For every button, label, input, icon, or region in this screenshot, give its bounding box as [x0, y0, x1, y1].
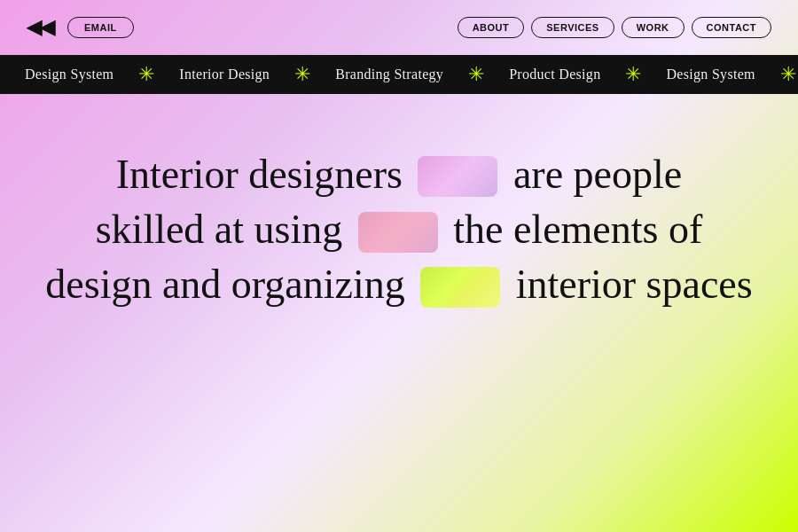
nav-about[interactable]: ABOUT: [458, 17, 525, 38]
ticker-star-4: ✳: [625, 65, 641, 84]
ticker-star-3: ✳: [468, 65, 484, 84]
hero-line3-end: interior spaces: [516, 262, 753, 307]
nav-work[interactable]: WORK: [622, 17, 685, 38]
ticker-star-5: ✳: [780, 65, 796, 84]
ticker-label-interior-design: Interior Design: [154, 66, 294, 82]
email-button[interactable]: EMAIL: [67, 17, 134, 38]
header-nav: ABOUT SERVICES WORK CONTACT: [458, 17, 771, 38]
hero-line1-end: are people: [513, 152, 682, 197]
ticker-label-branding: Branding Strategy: [310, 66, 468, 82]
hero-text: Interior designers are people skilled at…: [45, 147, 752, 312]
page-wrapper: ◀◀ EMAIL ABOUT SERVICES WORK CONTACT Des…: [0, 0, 798, 532]
ticker-item-2: Interior Design ✳: [154, 65, 310, 84]
hero-inline-image-1: [418, 156, 497, 197]
header-left: ◀◀ EMAIL: [27, 16, 134, 39]
hero-inline-image-3: [420, 267, 500, 308]
hero-line2-start: skilled at using: [96, 207, 343, 252]
nav-contact[interactable]: CONTACT: [692, 17, 771, 38]
back-button[interactable]: ◀◀: [27, 16, 53, 39]
ticker-item-4: Product Design ✳: [484, 65, 641, 84]
ticker-item-1: Design System ✳: [0, 65, 154, 84]
ticker-item-3: Branding Strategy ✳: [310, 65, 484, 84]
main-content: Interior designers are people skilled at…: [0, 94, 798, 348]
ticker-label-design-system: Design System: [0, 66, 138, 82]
ticker-item-5: Design System ✳: [641, 65, 795, 84]
hero-line3-start: design and organizing: [45, 262, 404, 307]
ticker-bar: Design System ✳ Interior Design ✳ Brandi…: [0, 55, 798, 94]
ticker-star-2: ✳: [294, 65, 310, 84]
ticker-inner: Design System ✳ Interior Design ✳ Brandi…: [0, 65, 798, 84]
nav-services[interactable]: SERVICES: [531, 17, 614, 38]
hero-line2-end: the elements of: [453, 207, 702, 252]
ticker-label-product-design: Product Design: [484, 66, 625, 82]
ticker-label-design-system-2: Design System: [641, 66, 779, 82]
header: ◀◀ EMAIL ABOUT SERVICES WORK CONTACT: [0, 0, 798, 55]
hero-line1-start: Interior designers: [116, 152, 403, 197]
ticker-star-1: ✳: [138, 65, 154, 84]
hero-inline-image-2: [358, 212, 438, 253]
